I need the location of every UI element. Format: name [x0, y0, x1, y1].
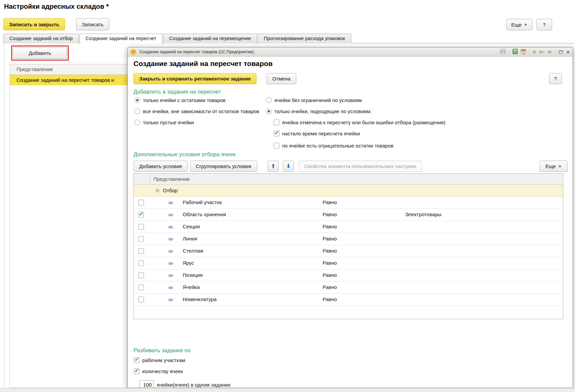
- condition-field: Стеллаж: [183, 248, 203, 254]
- checkbox-split-by-cell-count[interactable]: количеству ячеек: [134, 368, 183, 374]
- tab-packaging-forecast[interactable]: Прогнозирование расхода упаковок: [258, 34, 351, 43]
- row-checkbox[interactable]: [138, 236, 144, 242]
- tab-create-movement-tasks[interactable]: Создание заданий на перемещение: [163, 34, 257, 43]
- radio-all-cells[interactable]: все ячейки, вне зависимости от остатков …: [134, 108, 259, 114]
- move-up-button[interactable]: ⬆: [268, 161, 279, 172]
- calendar-icon[interactable]: 31: [521, 49, 526, 56]
- conditions-table: Представление ⊖ Отбор Рабочий участок Ра…: [133, 173, 563, 319]
- row-checkbox[interactable]: [138, 248, 144, 254]
- condition-item-icon: [169, 299, 173, 301]
- table-row[interactable]: Секция Равно: [134, 221, 563, 233]
- condition-item-icon: [169, 214, 173, 216]
- table-header-row[interactable]: Представление: [134, 174, 563, 185]
- memory-button[interactable]: M: [533, 50, 536, 55]
- user-settings-properties-button[interactable]: Свойства элемента пользовательских настр…: [299, 161, 422, 172]
- checkbox-icon[interactable]: [274, 131, 279, 136]
- maximize-icon[interactable]: [559, 51, 563, 54]
- tab-create-recount-tasks[interactable]: Создание заданий на пересчет: [80, 34, 162, 44]
- memory-minus-button[interactable]: M-: [548, 50, 552, 55]
- table-row[interactable]: Номенклатура Равно: [134, 294, 563, 306]
- list-item-selected[interactable]: Создание заданий на пересчет товаров н: [10, 75, 131, 85]
- conditions-toolbar: Добавить условие Сгруппировать условия ⬆…: [133, 161, 568, 172]
- radio-cells-with-stock[interactable]: только ячейки с остатками товаров: [134, 97, 225, 103]
- dialog-help-button[interactable]: ?: [549, 73, 562, 84]
- condition-comparison: Равно: [323, 211, 337, 217]
- condition-field: Линия: [183, 236, 197, 241]
- move-down-button[interactable]: ⬇: [283, 161, 294, 172]
- section-title-split: Разбивать задания по: [133, 347, 190, 354]
- radio-cells-by-conditions[interactable]: только ячейки, подходящие по условиям:: [266, 108, 371, 114]
- conditions-more-button[interactable]: Еще▼: [540, 161, 568, 172]
- tab-create-picking-tasks[interactable]: Создание заданий на отбор: [3, 34, 79, 43]
- red-highlight-box: [11, 45, 69, 61]
- close-icon[interactable]: ✕: [566, 50, 570, 55]
- 1c-logo-icon: 1С: [130, 49, 136, 55]
- condition-item-icon: [169, 202, 173, 204]
- row-checkbox[interactable]: [138, 285, 144, 290]
- row-checkbox[interactable]: [138, 212, 144, 218]
- collapse-minus-icon[interactable]: ⊖: [155, 185, 160, 196]
- group-conditions-button[interactable]: Сгруппировать условия: [190, 161, 257, 172]
- titlebar-icon-group: 31 M M+ M- ✕: [500, 47, 570, 57]
- more-button-label: Еще: [545, 163, 556, 169]
- checkbox-recount-time[interactable]: настало время пересчета ячейки: [274, 131, 360, 136]
- condition-item-icon: [169, 226, 173, 228]
- save-and-close-button[interactable]: Записать и закрыть: [3, 18, 65, 30]
- svg-text:31: 31: [522, 51, 525, 54]
- checkbox-split-by-work-areas[interactable]: рабочим участкам: [134, 357, 185, 363]
- add-condition-button[interactable]: Добавить условие: [133, 161, 188, 172]
- radio-icon[interactable]: [266, 108, 272, 114]
- checkbox-label: рабочим участкам: [142, 357, 185, 363]
- calculator-icon[interactable]: [513, 49, 518, 56]
- checkbox-marked-or-errors[interactable]: ячейка отмечена к пересчету или были оши…: [274, 120, 445, 125]
- condition-item-icon: [169, 274, 173, 277]
- group-row-label: Отбор: [163, 185, 178, 196]
- help-button[interactable]: ?: [537, 19, 552, 30]
- more-button[interactable]: Еще▼: [506, 19, 533, 30]
- table-group-row[interactable]: ⊖ Отбор: [134, 185, 563, 197]
- checkbox-label: по ячейке есть отрицательные остатки тов…: [282, 143, 394, 149]
- checkbox-icon[interactable]: [134, 357, 140, 363]
- checkbox-icon[interactable]: [274, 143, 279, 149]
- checkbox-label: количеству ячеек: [142, 368, 183, 374]
- radio-icon[interactable]: [134, 108, 140, 114]
- radio-icon[interactable]: [134, 120, 140, 125]
- list-column-header[interactable]: Представление: [10, 64, 131, 75]
- settings-list: Представление Создание заданий на пересч…: [9, 64, 131, 388]
- condition-field: Область хранения: [183, 211, 226, 217]
- condition-field: Позиция: [183, 272, 203, 278]
- save-button[interactable]: Записать: [76, 18, 109, 30]
- radio-empty-cells[interactable]: только пустые ячейки: [134, 120, 194, 125]
- row-checkbox[interactable]: [138, 200, 144, 205]
- memory-plus-button[interactable]: M+: [539, 50, 545, 55]
- table-row[interactable]: Область хранения Равно Электротовары: [134, 209, 563, 221]
- checkbox-negative-stock[interactable]: по ячейке есть отрицательные остатки тов…: [274, 143, 394, 149]
- close-and-save-schedule-button[interactable]: Закрыть и сохранить регламентное задание: [133, 73, 256, 84]
- table-row[interactable]: Стеллаж Равно: [134, 245, 563, 257]
- row-checkbox[interactable]: [138, 297, 144, 302]
- section-title-conditions: Дополнительные условия отбора ячеек: [133, 151, 236, 158]
- condition-comparison: Равно: [323, 260, 337, 266]
- row-checkbox[interactable]: [138, 260, 144, 266]
- table-row[interactable]: Рабочий участок Равно: [134, 197, 563, 209]
- app-window: Настройки адресных складов * Записать и …: [0, 0, 575, 392]
- table-row[interactable]: Линия Равно: [134, 233, 563, 245]
- arrow-up-icon: ⬆: [271, 163, 275, 170]
- cancel-button[interactable]: Отмена: [267, 73, 296, 84]
- dialog-titlebar[interactable]: 1С Создание заданий на пересчет товаров …: [128, 47, 573, 57]
- cells-per-task-input[interactable]: [140, 380, 154, 388]
- arrow-down-icon: ⬇: [286, 163, 291, 170]
- radio-icon[interactable]: [134, 97, 140, 103]
- radio-cells-no-limits[interactable]: ячейки без ограничений по условиям: [266, 97, 362, 103]
- checkbox-icon[interactable]: [274, 120, 279, 125]
- table-row[interactable]: Позиция Равно: [134, 269, 563, 282]
- table-row[interactable]: Ячейка Равно: [134, 282, 563, 294]
- radio-icon[interactable]: [266, 97, 272, 103]
- print-icon[interactable]: [500, 49, 506, 56]
- row-checkbox[interactable]: [138, 272, 144, 278]
- row-checkbox[interactable]: [138, 224, 144, 230]
- checkbox-label: настало время пересчета ячейки: [282, 131, 360, 136]
- condition-value: Электротовары: [405, 211, 442, 217]
- checkbox-icon[interactable]: [134, 368, 140, 374]
- table-row[interactable]: Ярус Равно: [134, 257, 563, 269]
